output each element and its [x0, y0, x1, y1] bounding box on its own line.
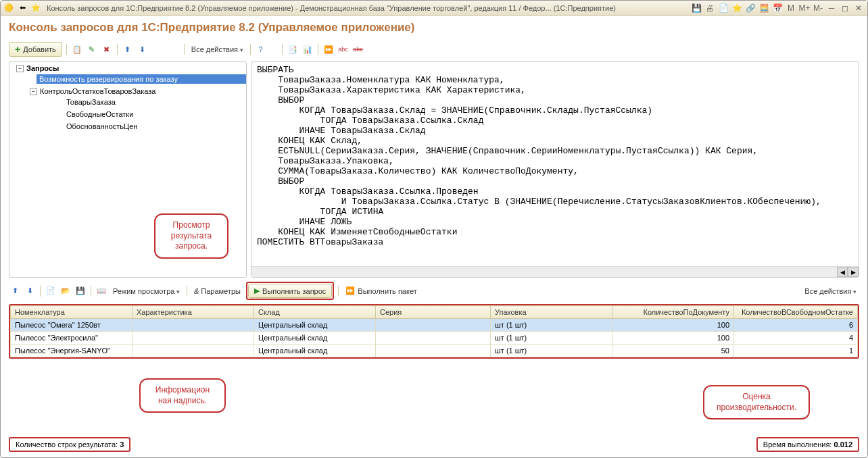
result-table-area: Номенклатура Характеристика Склад Серия … [9, 304, 859, 359]
window-titlebar: 🟡 ⬅ ⭐ Консоль запросов для 1С:Предприяти… [1, 1, 867, 16]
copy-icon[interactable]: 📋 [71, 43, 83, 55]
col-qty-doc[interactable]: КоличествоПоДокументу [612, 306, 734, 319]
col-characteristic[interactable]: Характеристика [132, 306, 254, 319]
save-icon[interactable]: 💾 [690, 3, 702, 14]
col-warehouse[interactable]: Склад [254, 306, 376, 319]
tree-item-price[interactable]: ОбоснованностьЦен [64, 122, 246, 131]
col-series[interactable]: Серия [376, 306, 491, 319]
nav-back-icon[interactable]: ⬅ [17, 3, 28, 14]
toolbar-result: ⬆ ⬇ 📄 📂 💾 📖 Режим просмотра & Параметры … [9, 278, 859, 303]
link-icon[interactable]: 🔗 [744, 3, 756, 14]
move-up-icon[interactable]: ⬆ [122, 43, 134, 55]
tree-item-reserv[interactable]: Возможность резервирования по заказу [37, 74, 246, 84]
table-row[interactable]: Пылесос "Электросила"Центральный складшт… [11, 332, 858, 345]
collapse-icon[interactable]: − [16, 65, 24, 72]
query-text[interactable]: ВЫБРАТЬ ТоварыЗаказа.Номенклатура КАК Но… [251, 62, 859, 266]
table-row[interactable]: Пылесос "Энергия-SANYO"Центральный склад… [11, 345, 858, 357]
horizontal-scrollbar[interactable]: ◀ ▶ [251, 266, 859, 277]
scroll-right-icon[interactable]: ▶ [848, 267, 859, 277]
callout-info-label: Информацион ная надпись. [139, 378, 226, 413]
exec-time-box: Время выполнения: 0.012 [756, 437, 859, 452]
all-actions-result-dropdown[interactable]: Все действия [802, 286, 859, 297]
callout-result-view: Просмотр результата запроса. [154, 213, 228, 259]
page-title: Консоль запросов для 1С:Предприятие 8.2 … [9, 21, 859, 34]
window-title: Консоль запросов для 1С:Предприятие 8.2 … [41, 4, 690, 12]
tree-item-free[interactable]: СвободныеОстатки [64, 109, 246, 119]
fast-forward-icon: ⏩ [345, 286, 355, 295]
tool-icon-2[interactable]: 📊 [302, 43, 314, 55]
list-icon[interactable]: 📄 [45, 285, 57, 297]
tree-item-control[interactable]: − КонтрольОстатковТоваровЗаказа [27, 86, 246, 96]
folder-open-icon[interactable]: 📂 [59, 285, 72, 297]
maximize-icon[interactable]: ◻ [839, 3, 851, 14]
callout-performance: Оценка производительности. [703, 385, 810, 419]
col-qty-free[interactable]: КоличествоВСвободномОстатке [734, 306, 858, 319]
collapse-icon[interactable]: − [30, 88, 37, 95]
m-plus-icon[interactable]: M+ [798, 3, 811, 14]
doc-icon[interactable]: 📄 [717, 3, 729, 14]
tool-icon-3[interactable]: ⏩ [322, 43, 335, 55]
execute-batch-button[interactable]: ⏩ Выполнить пакет [343, 285, 419, 297]
edit-icon[interactable]: ✎ [86, 43, 98, 55]
plus-icon: + [15, 44, 20, 55]
view-icon[interactable]: 📖 [95, 285, 107, 297]
scroll-left-icon[interactable]: ◀ [837, 267, 848, 277]
col-package[interactable]: Упаковка [491, 306, 612, 319]
all-actions-dropdown[interactable]: Все действия [189, 44, 246, 55]
params-link[interactable]: & Параметры [191, 286, 243, 297]
fav-icon[interactable]: ⭐ [731, 3, 743, 14]
arrow-down-icon[interactable]: ⬇ [24, 285, 36, 297]
query-editor-panel: ВЫБРАТЬ ТоварыЗаказа.Номенклатура КАК Но… [251, 61, 859, 278]
toolbar-top: + Добавить 📋 ✎ ✖ ⬆ ⬇ Все действия ? 📑 📊 … [9, 40, 859, 59]
tool-icon-4[interactable]: abc [337, 43, 349, 55]
m-minus-icon[interactable]: M- [812, 3, 824, 14]
exec-query-highlight: ▶ Выполнить запрос [246, 282, 334, 300]
app-icon: 🟡 [3, 3, 14, 14]
move-down-icon[interactable]: ⬇ [137, 43, 149, 55]
result-table[interactable]: Номенклатура Характеристика Склад Серия … [10, 305, 858, 357]
status-bar: Количество строк результата: 3 Время вып… [9, 433, 859, 452]
play-icon: ▶ [254, 286, 260, 295]
calendar-icon[interactable]: 📅 [771, 3, 783, 14]
minimize-icon[interactable]: ─ [825, 3, 838, 14]
tool-icon-1[interactable]: 📑 [287, 43, 299, 55]
disk-icon[interactable]: 💾 [74, 285, 87, 297]
rows-count-box: Количество строк результата: 3 [9, 437, 130, 452]
star-icon[interactable]: ⭐ [30, 3, 41, 14]
table-row[interactable]: Пылесос "Омега" 1250втЦентральный складш… [11, 319, 858, 332]
arrow-up-icon[interactable]: ⬆ [9, 285, 21, 297]
tool-icon-5[interactable]: abc [352, 43, 364, 55]
tree-item-goods[interactable]: ТоварыЗаказа [64, 97, 246, 107]
col-nomenclature[interactable]: Номенклатура [11, 306, 132, 319]
close-icon[interactable]: ✕ [852, 3, 865, 14]
delete-icon[interactable]: ✖ [101, 43, 113, 55]
help-icon[interactable]: ? [255, 43, 267, 55]
execute-query-button[interactable]: ▶ Выполнить запрос [248, 284, 332, 298]
calc-icon[interactable]: 🧮 [758, 3, 770, 14]
print-icon[interactable]: 🖨 [704, 3, 716, 14]
add-button[interactable]: + Добавить [9, 42, 62, 57]
m-icon[interactable]: M [785, 3, 797, 14]
tree-root[interactable]: − Запросы [14, 63, 246, 73]
view-mode-dropdown[interactable]: Режим просмотра [110, 286, 183, 297]
